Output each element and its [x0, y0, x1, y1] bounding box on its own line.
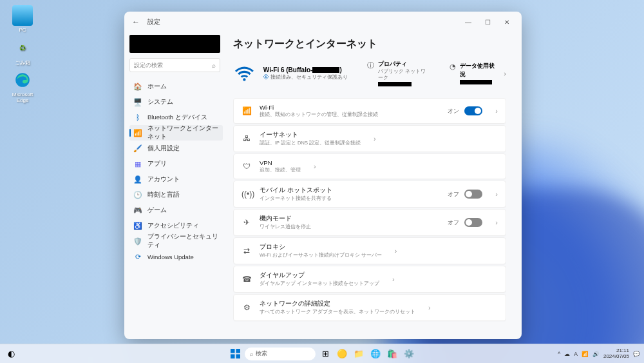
setting-card-airplane[interactable]: ✈機内モードワイヤレス通信を停止オフ›: [233, 209, 506, 236]
sidebar-item-apps[interactable]: ▦アプリ: [129, 156, 223, 172]
desktop-icon-recycle[interactable]: ♻️ ごみ箱: [6, 37, 39, 66]
svg-rect-2: [236, 349, 240, 353]
sidebar-item-label: アクセシビリティ: [147, 222, 199, 230]
card-title: イーサネット: [260, 131, 361, 139]
recycle-bin-icon: ♻️: [12, 37, 33, 58]
taskbar-clock[interactable]: 21:11 2024/07/05: [603, 348, 629, 360]
taskbar-app-settings[interactable]: ⚙️: [402, 347, 416, 361]
taskbar-app-explorer[interactable]: 📁: [352, 347, 366, 361]
personalize-icon: 🖌️: [133, 144, 142, 153]
ethernet-icon: 🖧: [242, 134, 252, 143]
home-icon: 🏠: [133, 82, 142, 91]
data-usage-link[interactable]: ◔ データ使用状況: [450, 62, 496, 84]
close-button[interactable]: ✕: [497, 14, 516, 30]
tray-wifi-icon[interactable]: 📶: [582, 351, 589, 357]
info-icon: ⓘ: [367, 61, 374, 70]
setting-card-hotspot[interactable]: ((•))モバイル ホットスポットインターネット接続を共有するオフ›: [233, 181, 506, 208]
sidebar-item-access[interactable]: ♿アクセシビリティ: [129, 218, 223, 233]
desktop-icon-edge[interactable]: Microsoft Edge: [6, 70, 39, 103]
sidebar: 設定の検索 ⌕ 🏠ホーム🖥️システムᛒBluetooth とデバイス📶ネットワー…: [124, 32, 225, 339]
system-icon: 🖥️: [133, 97, 142, 106]
sidebar-item-home[interactable]: 🏠ホーム: [129, 79, 223, 94]
shield-icon: 🛈: [263, 74, 269, 80]
taskbar-app-edge[interactable]: 🌐: [368, 347, 383, 361]
sidebar-item-personalize[interactable]: 🖌️個人用設定: [129, 141, 223, 156]
sidebar-item-bluetooth[interactable]: ᛒBluetooth とデバイス: [129, 110, 223, 125]
data-usage-label: データ使用状況: [460, 62, 496, 79]
apps-icon: ▦: [133, 159, 142, 168]
chevron-right-icon: ›: [504, 70, 506, 77]
desktop-icon-pc[interactable]: PC: [6, 5, 39, 33]
network-hero: Wi-Fi 6 (Buffalo-) 🛈接続済み、セキュリティ保護あり ⓘ プロ…: [233, 60, 506, 86]
sidebar-item-privacy[interactable]: 🛡️プライバシーとセキュリティ: [129, 233, 223, 249]
sidebar-item-label: システム: [147, 98, 173, 106]
card-title: モバイル ホットスポット: [260, 186, 332, 195]
account-icon: 👤: [133, 175, 142, 184]
card-subtitle: すべてのネットワーク アダプターを表示、ネットワークのリセット: [260, 309, 415, 315]
sidebar-item-label: プライバシーとセキュリティ: [147, 233, 219, 250]
copilot-button[interactable]: 🟡: [335, 347, 349, 361]
tray-onedrive-icon[interactable]: ☁: [564, 351, 570, 357]
properties-link[interactable]: ⓘ プロパティ パブリック ネットワーク: [367, 60, 430, 86]
update-icon: ⟳: [133, 252, 142, 261]
sidebar-item-time[interactable]: 🕒時刻と言語: [129, 187, 223, 202]
wifi-toggle[interactable]: [464, 106, 482, 115]
bluetooth-icon: ᛒ: [133, 113, 142, 122]
taskbar-app-store[interactable]: 🛍️: [385, 347, 399, 361]
toggle-label: オフ: [448, 219, 459, 227]
svg-rect-4: [236, 354, 240, 358]
minimize-button[interactable]: —: [459, 14, 478, 30]
sidebar-item-update[interactable]: ⟳Windows Update: [129, 249, 223, 264]
taskbar: ◐ ⌕検索 ⊞ 🟡 📁 🌐 🛍️ ⚙️ ^ ☁ A 📶 🔊 21:11 2024…: [0, 344, 644, 363]
settings-search[interactable]: 設定の検索 ⌕: [129, 58, 220, 72]
desktop-icon-label: PC: [6, 27, 39, 33]
chevron-right-icon: ›: [392, 275, 395, 283]
card-subtitle: 追加、接続、管理: [260, 167, 301, 173]
hotspot-toggle[interactable]: [464, 190, 482, 199]
sidebar-item-account[interactable]: 👤アカウント: [129, 172, 223, 187]
maximize-button[interactable]: ☐: [478, 14, 497, 30]
properties-sub: パブリック ネットワーク: [378, 68, 430, 81]
sidebar-item-gaming[interactable]: 🎮ゲーム: [129, 202, 223, 218]
data-usage-icon: ◔: [450, 63, 456, 71]
card-subtitle: インターネット接続を共有する: [260, 195, 332, 202]
settings-window: ← 設定 — ☐ ✕ 設定の検索 ⌕ 🏠ホーム🖥️システムᛒBluetooth …: [124, 12, 522, 339]
sidebar-item-label: Bluetooth とデバイス: [147, 113, 207, 122]
toggle-label: オン: [448, 107, 459, 115]
back-button[interactable]: ←: [129, 17, 142, 26]
setting-card-advanced[interactable]: ⚙ネットワークの詳細設定すべてのネットワーク アダプターを表示、ネットワークのリ…: [233, 294, 506, 321]
setting-card-dialup[interactable]: ☎ダイヤルアップダイヤルアップ インターネット接続をセットアップ›: [233, 266, 506, 293]
sidebar-item-label: 個人用設定: [147, 144, 180, 153]
wifi-icon: 📶: [242, 106, 252, 115]
redacted-block: [378, 82, 412, 86]
user-account-block[interactable]: [129, 35, 220, 53]
desktop-icon-label: ごみ箱: [6, 59, 39, 66]
sidebar-item-label: Windows Update: [147, 253, 194, 260]
sidebar-item-label: 時刻と言語: [147, 191, 180, 199]
card-subtitle: 接続、既知のネットワークの管理、従量制課金接続: [260, 112, 378, 118]
airplane-toggle[interactable]: [464, 218, 482, 227]
tray-volume-icon[interactable]: 🔊: [592, 351, 600, 357]
taskbar-search[interactable]: ⌕検索: [245, 348, 316, 360]
chevron-right-icon: ›: [495, 190, 498, 198]
task-view-button[interactable]: ⊞: [318, 347, 332, 361]
setting-card-wifi[interactable]: 📶Wi-Fi接続、既知のネットワークの管理、従量制課金接続オン›: [233, 98, 506, 124]
start-button[interactable]: [228, 347, 242, 361]
widgets-button[interactable]: ◐: [4, 347, 18, 361]
setting-card-ethernet[interactable]: 🖧イーサネット認証、IP 設定と DNS 設定、従量制課金接続›: [233, 125, 506, 152]
card-title: 機内モード: [260, 215, 311, 223]
setting-card-vpn[interactable]: 🛡VPN追加、接続、管理›: [233, 153, 506, 179]
setting-card-proxy[interactable]: ⇄プロキシWi-Fi およびイーサネット接続向けプロキシ サーバー›: [233, 237, 506, 264]
tray-ime[interactable]: A: [574, 351, 578, 357]
redacted-ssid: [312, 67, 339, 73]
tray-notifications-icon[interactable]: 💬: [633, 351, 640, 357]
card-title: Wi-Fi: [260, 104, 378, 111]
sidebar-item-network[interactable]: 📶ネットワークとインターネット: [129, 125, 223, 141]
sidebar-item-label: ホーム: [147, 83, 167, 91]
card-subtitle: ダイヤルアップ インターネット接続をセットアップ: [260, 280, 379, 287]
card-title: ネットワークの詳細設定: [260, 300, 415, 308]
gaming-icon: 🎮: [133, 206, 142, 215]
tray-chevron-up-icon[interactable]: ^: [558, 351, 560, 357]
privacy-icon: 🛡️: [133, 237, 142, 246]
sidebar-item-system[interactable]: 🖥️システム: [129, 94, 223, 110]
